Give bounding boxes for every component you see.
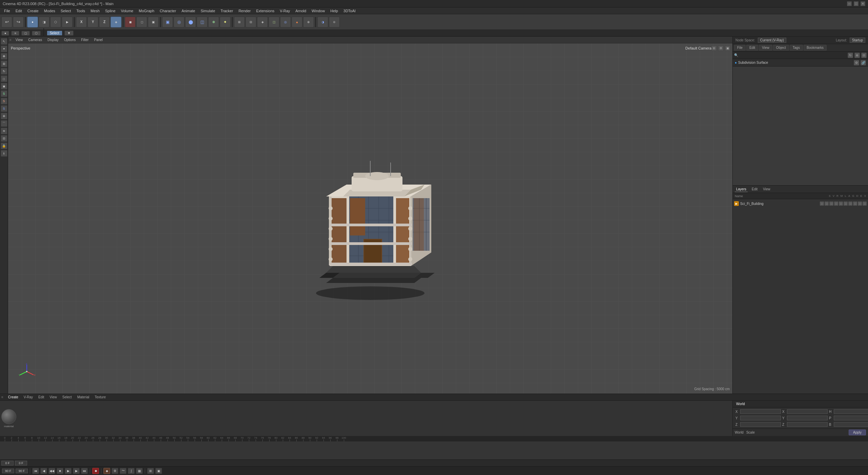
tag-button[interactable]: ▲ xyxy=(292,17,302,27)
model-mode-button[interactable]: ● xyxy=(27,17,38,27)
left-tool-s2[interactable]: S xyxy=(1,98,7,104)
tab-create[interactable]: Create xyxy=(6,395,20,399)
rp-tab-object[interactable]: Object xyxy=(773,45,789,51)
ss-settings[interactable]: ⚙ xyxy=(854,60,859,65)
left-tool-paint[interactable]: S xyxy=(1,90,7,97)
layer-gen[interactable]: □ xyxy=(848,202,852,206)
viewport-display-menu[interactable]: Display xyxy=(46,38,60,42)
rp-icon-3[interactable]: ⊟ xyxy=(861,53,867,58)
undo-button[interactable]: ↩ xyxy=(1,17,12,27)
material-button[interactable]: ◎ xyxy=(280,17,291,27)
rp-tab-file[interactable]: File xyxy=(734,45,746,51)
scale-y-input[interactable] xyxy=(787,416,828,420)
left-tool-move[interactable]: ✥ xyxy=(1,53,7,60)
animate-mode-button[interactable]: ▶ xyxy=(62,17,73,27)
menu-item-modes[interactable]: Modes xyxy=(41,7,58,14)
rp-tab-edit[interactable]: Edit xyxy=(746,45,758,51)
polygons-mode[interactable]: ◻ xyxy=(21,31,30,36)
scale-x-input[interactable] xyxy=(787,409,828,414)
hdri-button[interactable]: ◑ xyxy=(317,17,328,27)
menu-item-character[interactable]: Character xyxy=(157,7,179,14)
menu-item-volume[interactable]: Volume xyxy=(118,7,136,14)
viewport[interactable]: Perspective Default Camera ** ⊞ ⚙ ▣ xyxy=(8,43,732,394)
left-tool-magnet[interactable]: ⊕ xyxy=(1,113,7,119)
pb-motion-path[interactable]: 〜 xyxy=(120,468,126,474)
end-frame-input[interactable] xyxy=(15,461,27,466)
left-tool-rotate[interactable]: ↻ xyxy=(1,68,7,75)
layer-lock[interactable]: □ xyxy=(839,202,843,206)
left-tool-1[interactable]: ◻ xyxy=(1,75,7,82)
tab-material[interactable]: Material xyxy=(75,395,92,399)
layer-motion[interactable]: □ xyxy=(834,202,838,206)
left-tool-info[interactable]: ℹ xyxy=(1,150,7,157)
apply-button[interactable]: Apply xyxy=(849,430,866,435)
left-tool-2[interactable]: ▣ xyxy=(1,83,7,90)
pb-timeline[interactable]: ▦ xyxy=(136,468,143,474)
layers-tab-edit[interactable]: Edit xyxy=(750,187,759,192)
tab-view[interactable]: View xyxy=(47,395,59,399)
pb-extra-2[interactable]: ▣ xyxy=(155,468,162,474)
maximize-button[interactable]: □ xyxy=(854,1,859,6)
menu-item-tools[interactable]: Tools xyxy=(74,7,88,14)
scale-z-input[interactable] xyxy=(787,422,828,427)
snap-settings[interactable]: ⊟ xyxy=(245,17,256,27)
left-tool-brush[interactable]: ✦ xyxy=(1,45,7,52)
pb-go-end[interactable]: ⏭ xyxy=(81,468,88,474)
menu-item-create[interactable]: Create xyxy=(25,7,41,14)
edges-mode[interactable]: ≡ xyxy=(11,31,19,36)
pb-play[interactable]: ▶ xyxy=(65,468,72,474)
layer-def[interactable]: □ xyxy=(853,202,857,206)
total-frame-input[interactable] xyxy=(16,469,28,473)
render-to-picture-viewer[interactable]: ◼ xyxy=(125,17,136,27)
start-frame-input[interactable] xyxy=(1,461,14,466)
light-mix-button[interactable]: ⊕ xyxy=(329,17,340,27)
node-space-value[interactable]: Current (V-Ray) xyxy=(758,38,786,43)
viewport-view-menu[interactable]: View xyxy=(14,38,24,42)
knife-button[interactable]: ⊕ xyxy=(303,17,314,27)
plane-button[interactable]: ◫ xyxy=(197,17,208,27)
cube-button[interactable]: ▣ xyxy=(162,17,173,27)
select-dropdown[interactable]: ▼ xyxy=(64,31,74,36)
pos-y-input[interactable] xyxy=(740,416,781,420)
pb-next-frame[interactable]: ▶ xyxy=(73,468,80,474)
menu-item-edit[interactable]: Edit xyxy=(13,7,25,14)
viewport-settings-icon[interactable]: ⚙ xyxy=(718,45,724,51)
list-item[interactable]: ▶ Sci_Fi_Building □ □ □ □ □ □ □ □ □ □ xyxy=(733,200,868,207)
menu-item-select[interactable]: Select xyxy=(58,7,74,14)
menu-item-3dtoai[interactable]: 3DToAI xyxy=(341,7,358,14)
floor-button[interactable]: ◫ xyxy=(269,17,279,27)
layer-exp[interactable]: □ xyxy=(858,202,862,206)
menu-item-simulate[interactable]: Simulate xyxy=(198,7,218,14)
rigging-mode-button[interactable]: ⬡ xyxy=(50,17,61,27)
menu-item-file[interactable]: File xyxy=(1,7,13,14)
rp-tab-tags[interactable]: Tags xyxy=(790,45,803,51)
texture-mode-button[interactable]: ◨ xyxy=(39,17,50,27)
move-tool[interactable]: X xyxy=(76,17,87,27)
object-mode[interactable]: ⬡ xyxy=(32,31,41,36)
scale-tool[interactable]: Y xyxy=(87,17,98,27)
menu-item-arnold[interactable]: Arnold xyxy=(293,7,309,14)
menu-item-render[interactable]: Render xyxy=(236,7,253,14)
pb-fcurve[interactable]: ∫ xyxy=(128,468,135,474)
rp-icon-2[interactable]: ⊕ xyxy=(854,53,860,58)
pb-stop[interactable]: ■ xyxy=(57,468,63,474)
timeline-menu-icon[interactable]: ≡ xyxy=(1,395,3,399)
layer-solo[interactable]: □ xyxy=(820,202,824,206)
layer-render[interactable]: □ xyxy=(829,202,833,206)
light-button[interactable]: ✦ xyxy=(220,17,231,27)
close-button[interactable]: ✕ xyxy=(861,1,865,6)
pb-extra-1[interactable]: ⊞ xyxy=(147,468,154,474)
layers-tab-layers[interactable]: Layers xyxy=(735,187,748,192)
tab-edit[interactable]: Edit xyxy=(36,395,46,399)
redo-button[interactable]: ↪ xyxy=(13,17,24,27)
cylinder-button[interactable]: ⬤ xyxy=(185,17,196,27)
rotate-tool[interactable]: Z xyxy=(99,17,110,27)
left-tool-bend[interactable]: ⌒ xyxy=(1,120,7,127)
viewport-cameras-menu[interactable]: Cameras xyxy=(27,38,43,42)
select-tool[interactable]: ◈ xyxy=(111,17,121,27)
camera-button[interactable]: ⊕ xyxy=(208,17,219,27)
pb-auto-key[interactable]: ⚙ xyxy=(112,468,118,474)
left-tool-scale[interactable]: ⊞ xyxy=(1,60,7,67)
viewport-menu-icon[interactable]: ≡ xyxy=(9,38,12,42)
pb-go-start[interactable]: ⏮ xyxy=(32,468,39,474)
